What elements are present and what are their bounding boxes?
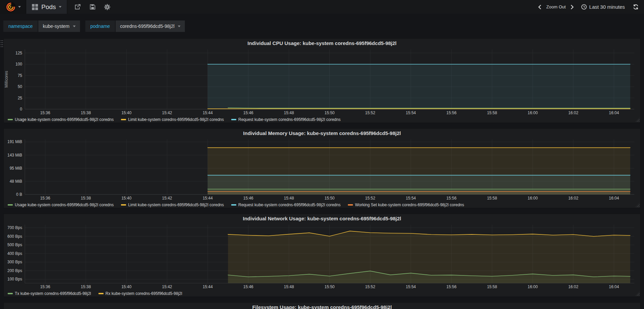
variable-podname: podname coredns-695f96dcd5-98j2l [85, 20, 185, 32]
legend-series-label: Request kube-system coredns-695f96dcd5-9… [238, 117, 340, 122]
variable-namespace-select[interactable]: kube-system [38, 20, 80, 32]
time-controls: Zoom Out Last 30 minutes [538, 0, 644, 14]
variable-podname-select[interactable]: coredns-695f96dcd5-98j2l [116, 20, 185, 32]
variable-namespace-value: kube-system [43, 24, 69, 29]
dashboard-title: Pods [41, 3, 56, 11]
legend-series-color [231, 204, 236, 206]
x-tick-label: 15:40 [121, 284, 131, 289]
x-tick-label: 15:36 [40, 111, 50, 115]
dashboard-icon [32, 4, 38, 10]
x-tick-label: 15:40 [121, 196, 131, 201]
x-tick-label: 15:56 [446, 111, 456, 115]
cpu-chart-svg: 125100755025015:3615:3815:4015:4215:4415… [4, 47, 640, 116]
time-range-picker[interactable]: Last 30 minutes [581, 4, 625, 10]
template-variables-row: namespace kube-system podname coredns-69… [0, 14, 644, 38]
row-drag-handle[interactable] [0, 40, 3, 48]
chevron-left-icon [538, 5, 541, 9]
time-range-label: Last 30 minutes [589, 4, 625, 10]
x-tick-label: 15:58 [487, 196, 497, 201]
panel-title[interactable]: Individual CPU Usage: kube-system coredn… [4, 39, 640, 47]
x-tick-label: 15:46 [243, 196, 253, 201]
legend-item[interactable]: Usage kube-system coredns-695f96dcd5-98j… [8, 117, 114, 122]
legend-series-color [8, 204, 13, 206]
y-axis-title: Millicores [4, 71, 9, 88]
network-chart-svg: 700 Bps600 Bps500 Bps400 Bps300 Bps200 B… [4, 223, 640, 290]
chevron-down-icon [18, 6, 21, 8]
panel-filesystem-usage: Filesystem Usage: kube-system coredns-69… [3, 302, 641, 309]
panel-title[interactable]: Filesystem Usage: kube-system coredns-69… [4, 303, 640, 309]
y-tick-label: 100 [15, 62, 22, 67]
x-tick-label: 15:38 [81, 196, 91, 201]
x-tick-label: 15:38 [81, 284, 91, 289]
save-button[interactable] [90, 4, 95, 10]
x-tick-label: 15:50 [324, 284, 334, 289]
legend-item[interactable]: Tx kube-system coredns-695f96dcd5-98j2l [8, 291, 91, 296]
chevron-down-icon [59, 6, 62, 8]
dashboard-picker[interactable]: Pods [26, 0, 67, 14]
cpu-legend: Usage kube-system coredns-695f96dcd5-98j… [4, 116, 640, 123]
navbar: Pods [0, 0, 644, 14]
x-tick-label: 15:58 [487, 111, 497, 115]
save-icon [90, 4, 95, 10]
grafana-logo-icon [5, 2, 16, 12]
dashboard-panels: Individual CPU Usage: kube-system coredn… [0, 38, 644, 309]
legend-item[interactable]: Limit kube-system coredns-695f96dcd5-98j… [121, 203, 224, 207]
zoom-out-button[interactable]: Zoom Out [546, 4, 566, 9]
memory-legend: Usage kube-system coredns-695f96dcd5-98j… [4, 201, 640, 209]
legend-item[interactable]: Rx kube-system coredns-695f96dcd5-98j2l [98, 291, 182, 296]
x-tick-label: 16:00 [528, 111, 538, 115]
legend-item[interactable]: Limit kube-system coredns-695f96dcd5-98j… [121, 117, 224, 122]
variable-namespace: namespace kube-system [3, 20, 80, 32]
legend-item[interactable]: Working Set kube-system coredns-695f96dc… [348, 203, 464, 207]
settings-button[interactable] [104, 4, 110, 10]
x-tick-label: 15:52 [365, 284, 375, 289]
x-tick-label: 15:44 [203, 111, 213, 115]
variable-podname-label: podname [85, 20, 115, 32]
grafana-menu-button[interactable] [0, 0, 26, 14]
legend-series-color [231, 119, 236, 120]
legend-item[interactable]: Request kube-system coredns-695f96dcd5-9… [231, 203, 340, 207]
y-tick-label: 125 [15, 51, 22, 55]
panel-network-usage: Individual Network Usage: kube-system co… [3, 214, 641, 297]
legend-series-color [8, 119, 13, 120]
x-tick-label: 15:56 [446, 196, 456, 201]
variable-podname-value: coredns-695f96dcd5-98j2l [120, 24, 174, 29]
x-tick-label: 15:42 [162, 284, 172, 289]
panel-title[interactable]: Individual Network Usage: kube-system co… [4, 214, 640, 223]
legend-series-label: Usage kube-system coredns-695f96dcd5-98j… [15, 117, 114, 122]
chevron-down-icon [178, 26, 180, 27]
memory-chart: 191 MiB143 MiB95 MiB48 MiB0 B15:3615:381… [4, 137, 640, 201]
y-tick-label: 400 Bps [7, 251, 22, 256]
navbar-actions [67, 0, 118, 14]
x-tick-label: 16:04 [609, 196, 619, 201]
legend-series-color [121, 204, 126, 206]
share-button[interactable] [75, 4, 81, 10]
x-tick-label: 15:56 [446, 284, 456, 289]
x-tick-label: 15:48 [284, 196, 294, 201]
legend-item[interactable]: Request kube-system coredns-695f96dcd5-9… [231, 117, 340, 122]
legend-series-label: Request kube-system coredns-695f96dcd5-9… [238, 203, 340, 207]
x-tick-label: 15:44 [203, 284, 213, 289]
chevron-down-icon [73, 26, 76, 27]
y-tick-label: 143 MiB [7, 153, 22, 158]
y-tick-label: 300 Bps [7, 260, 22, 264]
x-tick-label: 15:54 [406, 284, 416, 289]
clock-icon [581, 4, 587, 10]
refresh-button[interactable] [633, 4, 639, 10]
panel-title[interactable]: Individual Memory Usage: kube-system cor… [4, 129, 640, 137]
legend-item[interactable]: Usage kube-system coredns-695f96dcd5-98j… [8, 203, 114, 207]
x-tick-label: 15:36 [40, 284, 50, 289]
x-tick-label: 16:00 [528, 284, 538, 289]
panel-memory-usage: Individual Memory Usage: kube-system cor… [3, 128, 641, 208]
legend-series-label: Tx kube-system coredns-695f96dcd5-98j2l [15, 291, 91, 296]
time-forward-button[interactable] [570, 5, 574, 9]
y-tick-label: 500 Bps [7, 242, 22, 247]
y-tick-label: 48 MiB [10, 179, 22, 184]
x-tick-label: 16:04 [609, 284, 619, 289]
x-tick-label: 15:46 [243, 111, 253, 115]
y-tick-label: 0 [20, 107, 22, 112]
x-tick-label: 15:48 [284, 111, 294, 115]
legend-series-color [121, 119, 126, 120]
x-tick-label: 15:50 [324, 196, 334, 201]
time-back-button[interactable] [538, 5, 541, 9]
